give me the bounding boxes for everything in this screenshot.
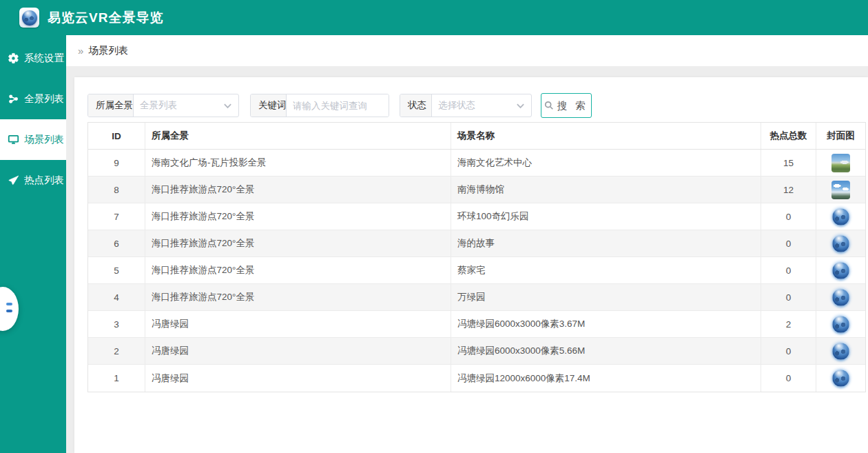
cell-hotspot-count: 0 — [761, 338, 816, 364]
cell-panorama: 海口推荐旅游点720°全景 — [145, 257, 451, 283]
cell-cover — [816, 150, 865, 176]
keyword-input[interactable] — [287, 94, 389, 117]
cell-panorama: 海口推荐旅游点720°全景 — [145, 284, 451, 310]
cell-cover — [816, 257, 865, 283]
table-row: 6海口推荐旅游点720°全景海的故事0 — [88, 230, 865, 257]
breadcrumb-marker: » — [78, 45, 83, 57]
cell-panorama: 海南文化广场-瓦片投影全景 — [145, 150, 451, 176]
table-row: 7海口推荐旅游点720°全景环球100奇幻乐园0 — [88, 203, 865, 230]
globe-placeholder-icon[interactable] — [832, 208, 849, 225]
widget-dot — [6, 310, 12, 312]
col-header-hotspots: 热点总数 — [761, 123, 816, 149]
globe-placeholder-icon[interactable] — [832, 343, 849, 360]
cell-id: 2 — [88, 338, 145, 364]
cell-id: 6 — [88, 230, 145, 256]
cell-id: 9 — [88, 150, 145, 176]
col-header-scene: 场景名称 — [451, 123, 761, 149]
paper-plane-icon — [8, 174, 19, 186]
share-nodes-icon — [8, 93, 19, 105]
cell-hotspot-count: 0 — [761, 365, 816, 392]
cell-panorama: 冯唐绿园 — [145, 338, 451, 364]
sidebar-item-4[interactable]: 热点列表 — [0, 160, 66, 201]
cell-scene-name: 冯塘绿园12000x6000像素17.4M — [451, 365, 761, 392]
cell-id: 3 — [88, 311, 145, 337]
cell-id: 7 — [88, 203, 145, 230]
table-row: 8海口推荐旅游点720°全景南海博物馆12 — [88, 177, 865, 203]
sidebar-item-label: 场景列表 — [24, 133, 64, 146]
table-row: 4海口推荐旅游点720°全景万绿园0 — [88, 284, 865, 311]
content-panel: 所属全景 全景列表 关键词 状态 选择状态 搜 索 ID — [74, 77, 868, 453]
cell-id: 8 — [88, 177, 145, 203]
cell-hotspot-count: 0 — [761, 257, 816, 283]
status-select[interactable]: 选择状态 — [432, 94, 531, 117]
app-logo — [19, 8, 39, 28]
chevron-down-icon — [223, 101, 232, 110]
breadcrumb: » 场景列表 — [66, 35, 868, 66]
cell-scene-name: 海南文化艺术中心 — [451, 150, 761, 176]
table-row: 9海南文化广场-瓦片投影全景海南文化艺术中心15 — [88, 150, 865, 177]
cell-cover — [816, 230, 865, 256]
cell-cover — [816, 203, 865, 230]
status-filter-label: 状态 — [400, 94, 432, 117]
chevron-down-icon — [516, 101, 525, 110]
cover-thumbnail[interactable] — [831, 181, 850, 199]
globe-placeholder-icon[interactable] — [832, 370, 849, 387]
cell-panorama: 冯唐绿园 — [145, 365, 451, 392]
panorama-select[interactable]: 全景列表 — [134, 94, 238, 117]
cover-thumbnail[interactable] — [831, 154, 850, 172]
panorama-filter-label: 所属全景 — [88, 94, 134, 117]
cell-panorama: 海口推荐旅游点720°全景 — [145, 203, 451, 230]
cell-id: 1 — [88, 365, 145, 392]
cell-scene-name: 冯塘绿园6000x3000像素5.66M — [451, 338, 761, 364]
globe-logo-icon — [22, 10, 37, 26]
keyword-filter-label: 关键词 — [251, 94, 287, 117]
breadcrumb-label: 场景列表 — [88, 44, 128, 57]
cell-hotspot-count: 2 — [761, 311, 816, 337]
sidebar-item-2[interactable]: 全景列表 — [0, 79, 66, 119]
globe-placeholder-icon[interactable] — [832, 262, 849, 279]
sidebar-nav: 系统设置全景列表场景列表热点列表 — [0, 35, 66, 453]
filter-bar: 所属全景 全景列表 关键词 状态 选择状态 搜 索 — [87, 93, 592, 118]
search-button[interactable]: 搜 索 — [541, 93, 592, 118]
monitor-icon — [8, 134, 19, 145]
panorama-filter-group: 所属全景 全景列表 — [87, 94, 239, 117]
cell-scene-name: 环球100奇幻乐园 — [451, 203, 761, 230]
table-row: 2冯唐绿园冯塘绿园6000x3000像素5.66M0 — [88, 338, 865, 365]
status-filter-group: 状态 选择状态 — [400, 94, 532, 117]
search-button-label: 搜 索 — [557, 99, 588, 112]
table-row: 3冯唐绿园冯塘绿园6000x3000像素3.67M2 — [88, 311, 865, 338]
cell-scene-name: 万绿园 — [451, 284, 761, 310]
cell-hotspot-count: 0 — [761, 203, 816, 230]
cell-scene-name: 海的故事 — [451, 230, 761, 256]
cell-hotspot-count: 0 — [761, 230, 816, 256]
cell-cover — [816, 365, 865, 392]
sidebar-item-1[interactable]: 系统设置 — [0, 38, 66, 79]
cell-hotspot-count: 12 — [761, 177, 816, 203]
sidebar-item-label: 系统设置 — [24, 52, 64, 65]
cell-panorama: 冯唐绿园 — [145, 311, 451, 337]
cell-cover — [816, 177, 865, 203]
cell-cover — [816, 284, 865, 310]
cell-id: 5 — [88, 257, 145, 283]
scene-table: ID 所属全景 场景名称 热点总数 封面图 9海南文化广场-瓦片投影全景海南文化… — [87, 122, 866, 392]
gear-icon — [8, 52, 19, 64]
cell-scene-name: 南海博物馆 — [451, 177, 761, 203]
sidebar-item-label: 热点列表 — [24, 174, 64, 187]
col-header-id: ID — [88, 123, 145, 149]
table-row: 1冯唐绿园冯塘绿园12000x6000像素17.4M0 — [88, 365, 865, 392]
globe-placeholder-icon[interactable] — [832, 316, 849, 333]
sidebar-item-label: 全景列表 — [24, 92, 64, 105]
cell-panorama: 海口推荐旅游点720°全景 — [145, 230, 451, 256]
globe-placeholder-icon[interactable] — [832, 235, 849, 252]
globe-placeholder-icon[interactable] — [832, 289, 849, 306]
sidebar-item-3[interactable]: 场景列表 — [0, 119, 66, 160]
cell-id: 4 — [88, 284, 145, 310]
cell-scene-name: 蔡家宅 — [451, 257, 761, 283]
keyword-filter-group: 关键词 — [250, 94, 389, 117]
table-header-row: ID 所属全景 场景名称 热点总数 封面图 — [88, 123, 865, 150]
panorama-select-placeholder: 全景列表 — [140, 99, 177, 112]
app-header: 易览云VR全景导览 — [0, 0, 868, 35]
cell-scene-name: 冯塘绿园6000x3000像素3.67M — [451, 311, 761, 337]
cell-hotspot-count: 15 — [761, 150, 816, 176]
app-title: 易览云VR全景导览 — [48, 9, 163, 27]
